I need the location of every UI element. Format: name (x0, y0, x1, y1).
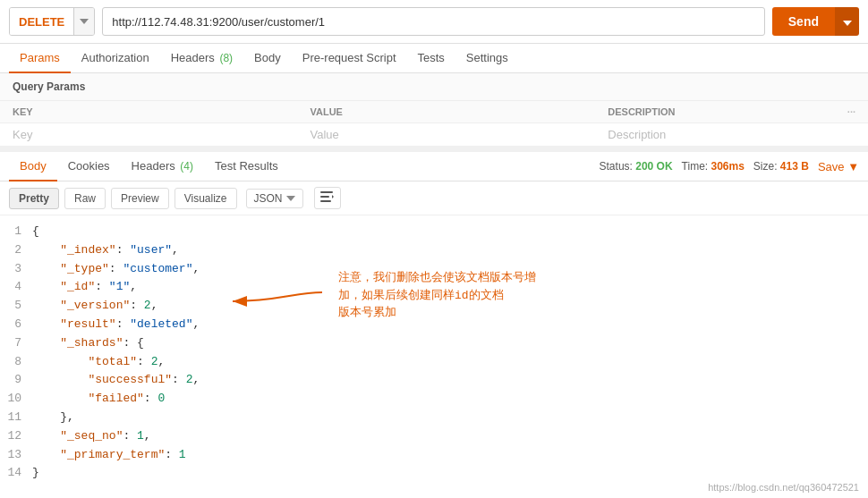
method-label: DELETE (10, 8, 73, 35)
request-tabs: Params Authorization Headers (8) Body Pr… (0, 44, 868, 73)
code-line-14: 14 } (0, 464, 868, 483)
view-tab-pretty[interactable]: Pretty (9, 188, 59, 209)
send-button-group: Send (772, 7, 859, 36)
line-num-3: 3 (0, 260, 32, 279)
line-num-6: 6 (0, 316, 32, 334)
footer-link: https://blog.csdn.net/qq360472521 (708, 482, 859, 490)
resp-tab-headers[interactable]: Headers (4) (121, 152, 204, 181)
row-actions (835, 123, 868, 147)
code-line-11: 11 }, (0, 409, 868, 427)
line-num-4: 4 (0, 278, 32, 297)
params-placeholder-row: Key Value Description (0, 123, 868, 147)
tab-authorization[interactable]: Authorization (71, 44, 160, 73)
view-tab-raw[interactable]: Raw (64, 188, 106, 209)
resp-tab-cookies[interactable]: Cookies (57, 152, 121, 181)
annotation-text: 注意，我们删除也会使该文档版本号增加，如果后续创建同样id的文档版本号累加 (331, 266, 564, 325)
tab-settings[interactable]: Settings (455, 44, 519, 73)
response-tabs: Body Cookies Headers (4) Test Results (9, 152, 600, 181)
line-num-11: 11 (0, 409, 32, 427)
line-num-10: 10 (0, 390, 32, 409)
col-header-desc: DESCRIPTION (595, 101, 835, 123)
resp-headers-badge: (4) (180, 160, 193, 173)
line-num-12: 12 (0, 427, 32, 446)
method-dropdown-arrow[interactable] (73, 8, 94, 35)
code-line-13: 13 "_primary_term": 1 (0, 446, 868, 465)
status-label: Status: 200 OK (600, 160, 673, 173)
format-dropdown-arrow (286, 196, 295, 201)
time-value: 306ms (711, 160, 744, 173)
code-line-2: 2 "_index": "user", (0, 241, 868, 260)
resp-tab-test-results[interactable]: Test Results (204, 152, 289, 181)
size-value: 413 B (780, 160, 809, 173)
key-placeholder[interactable]: Key (0, 123, 297, 147)
response-meta: Status: 200 OK Time: 306ms Size: 413 B (600, 160, 809, 173)
col-header-value: VALUE (297, 101, 595, 123)
line-num-7: 7 (0, 334, 32, 353)
svg-rect-2 (320, 200, 331, 202)
response-header: Body Cookies Headers (4) Test Results St… (0, 152, 868, 181)
line-num-5: 5 (0, 297, 32, 316)
code-line-7: 7 "_shards": { (0, 334, 868, 353)
tab-tests[interactable]: Tests (407, 44, 455, 73)
format-label: JSON (254, 192, 283, 205)
save-button[interactable]: Save ▼ (818, 160, 859, 173)
params-table: KEY VALUE DESCRIPTION ··· Key Value Desc… (0, 101, 868, 147)
col-header-key: KEY (0, 101, 297, 123)
desc-placeholder[interactable]: Description (595, 123, 835, 147)
code-area: 1 { 2 "_index": "user", 3 "_type": "cust… (0, 215, 868, 490)
code-line-12: 12 "_seq_no": 1, (0, 427, 868, 446)
send-button[interactable]: Send (772, 7, 835, 36)
size-label: Size: 413 B (753, 160, 809, 173)
method-select[interactable]: DELETE (9, 7, 95, 36)
line-num-8: 8 (0, 353, 32, 372)
send-dropdown-arrow[interactable] (835, 7, 859, 36)
code-line-9: 9 "successful": 2, (0, 371, 868, 390)
tab-params[interactable]: Params (9, 44, 71, 73)
annotation-container: 注意，我们删除也会使该文档版本号增加，如果后续创建同样id的文档版本号累加 (224, 266, 564, 325)
format-select[interactable]: JSON (246, 189, 303, 208)
headers-badge: (8) (219, 52, 233, 64)
top-bar: DELETE Send (0, 0, 868, 44)
query-params-label: Query Params (0, 73, 868, 101)
col-header-more: ··· (835, 101, 868, 123)
code-line-8: 8 "total": 2, (0, 353, 868, 372)
line-num-1: 1 (0, 223, 32, 241)
view-tabs: Pretty Raw Preview Visualize JSON (0, 181, 868, 215)
line-num-13: 13 (0, 446, 32, 465)
tab-pre-request[interactable]: Pre-request Script (292, 44, 407, 73)
line-num-2: 2 (0, 241, 32, 260)
value-placeholder[interactable]: Value (297, 123, 595, 147)
status-value: 200 OK (635, 160, 672, 173)
time-label: Time: 306ms (682, 160, 745, 173)
wrap-icon (320, 190, 335, 203)
tab-headers[interactable]: Headers (8) (160, 44, 243, 73)
code-line-10: 10 "failed": 0 (0, 390, 868, 409)
line-num-14: 14 (0, 464, 32, 483)
code-line-1: 1 { (0, 223, 868, 241)
view-tab-preview[interactable]: Preview (111, 188, 169, 209)
wrap-button[interactable] (314, 187, 341, 209)
tab-body[interactable]: Body (243, 44, 292, 73)
svg-rect-1 (320, 196, 329, 198)
url-input[interactable] (102, 7, 764, 36)
view-tab-visualize[interactable]: Visualize (174, 188, 237, 209)
line-num-9: 9 (0, 371, 32, 390)
annotation-arrow (224, 274, 331, 310)
svg-rect-0 (320, 191, 333, 193)
resp-tab-body[interactable]: Body (9, 152, 57, 181)
